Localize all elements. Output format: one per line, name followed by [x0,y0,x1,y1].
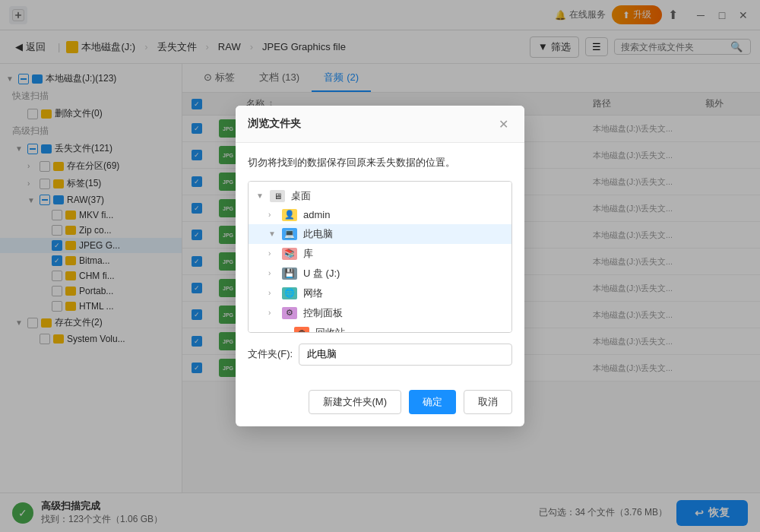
folder-tree-item[interactable]: › 👤 admin [249,206,511,224]
new-folder-button[interactable]: 新建文件夹(M) [309,390,402,414]
tree-arrow-icon: › [268,309,279,317]
folder-tree-box: ▼ 🖥 桌面 › 👤 admin ▼ 💻 此电脑 › 📚 库 › 💾 U 盘 (… [248,181,512,333]
tree-arrow-icon: › [268,289,279,297]
folder-icon: 💻 [282,228,297,240]
folder-icon: 👤 [282,209,297,221]
folder-icon: 🌐 [282,287,297,299]
modal-overlay: 浏览文件夹 ✕ 切勿将找到的数据保存回原来丢失数据的位置。 ▼ 🖥 桌面 › 👤… [0,0,760,532]
folder-tree-item[interactable]: › 📚 库 [249,244,511,264]
folder-icon: 💾 [282,268,297,280]
folder-tree-item[interactable]: › 💾 U 盘 (J:) [249,264,511,283]
folder-tree-label: 桌面 [291,189,311,203]
modal-header: 浏览文件夹 ✕ [236,106,524,143]
folder-tree-item[interactable]: 🗑 回收站 [249,323,511,333]
folder-tree-label: 网络 [303,287,323,300]
confirm-button[interactable]: 确定 [409,390,456,414]
folder-tree-item[interactable]: ▼ 💻 此电脑 [249,224,511,244]
tree-arrow-icon: › [268,269,279,277]
modal-body: 切勿将找到的数据保存回原来丢失数据的位置。 ▼ 🖥 桌面 › 👤 admin ▼… [236,143,524,390]
folder-tree-label: 回收站 [315,326,345,333]
folder-tree-label: U 盘 (J:) [303,267,340,280]
folder-input[interactable] [299,344,512,366]
modal-title: 浏览文件夹 [248,117,301,131]
folder-tree-item[interactable]: ▼ 🖥 桌面 [249,186,511,206]
folder-icon: ⚙ [282,307,297,319]
folder-icon: 🖥 [270,190,285,202]
tree-arrow-icon: ▼ [268,230,279,238]
modal-close-button[interactable]: ✕ [494,115,512,133]
tree-arrow-icon: › [268,211,279,219]
modal-input-row: 文件夹(F): [248,344,512,366]
folder-icon: 📚 [282,248,297,260]
folder-tree-label: 此电脑 [303,227,333,241]
modal-footer: 新建文件夹(M) 确定 取消 [236,390,524,426]
modal-input-label: 文件夹(F): [248,347,293,361]
folder-tree-label: 控制面板 [303,306,343,320]
folder-icon: 🗑 [294,327,309,333]
folder-tree-label: 库 [303,247,313,261]
folder-tree-item[interactable]: › ⚙ 控制面板 [249,303,511,323]
tree-arrow-icon: › [268,249,279,258]
cancel-button[interactable]: 取消 [464,390,512,414]
tree-arrow-icon: ▼ [256,192,267,200]
modal-warning: 切勿将找到的数据保存回原来丢失数据的位置。 [248,155,512,170]
browse-folder-modal: 浏览文件夹 ✕ 切勿将找到的数据保存回原来丢失数据的位置。 ▼ 🖥 桌面 › 👤… [236,106,524,426]
folder-tree-item[interactable]: › 🌐 网络 [249,283,511,303]
folder-tree-label: admin [303,209,330,220]
